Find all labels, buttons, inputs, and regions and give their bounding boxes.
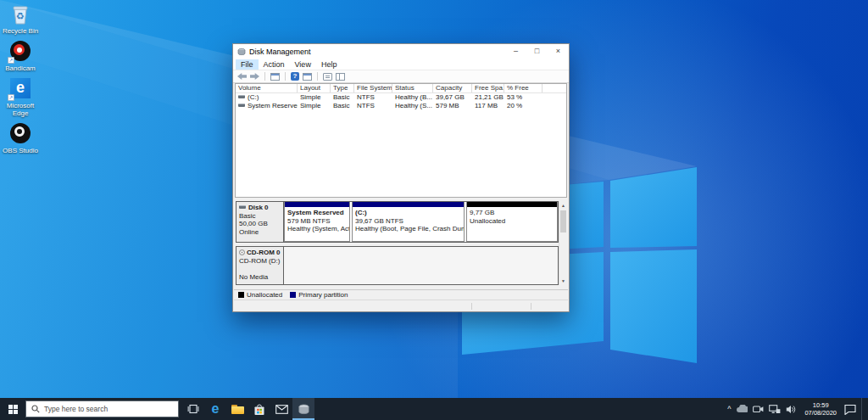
network-icon[interactable] [769,405,781,414]
table-row-system-reserved[interactable]: System Reserved Simple Basic NTFS Health… [236,102,566,110]
edge-icon: e [212,402,220,416]
toolbar-separator [285,72,286,81]
scroll-down-icon[interactable]: ▼ [559,277,567,285]
desktop-icon-obs-studio[interactable]: OBS Studio [2,123,39,154]
microsoft-store-icon [253,403,265,416]
layout-pane-icon[interactable] [336,73,345,81]
desktop-icon-label: Recycle Bin [2,27,39,35]
desktop-icon-label: Microsoft Edge [2,102,39,117]
legend-primary-partition: Primary partition [290,291,348,299]
cdrom-0-label-panel[interactable]: CD-ROM 0 CD-ROM (D:) No Media [236,247,284,284]
column-header-type[interactable]: Type [331,84,354,92]
cdrom-empty-area[interactable] [284,247,558,284]
search-icon [31,405,40,413]
cd-rom-icon [239,249,245,255]
legend-bar: Unallocated Primary partition [234,289,568,300]
disk-management-icon [298,404,310,415]
scroll-up-icon[interactable]: ▲ [559,201,567,210]
disk-0-label-panel[interactable]: Disk 0 Basic 50,00 GB Online [236,202,284,242]
table-row-c-drive[interactable]: (C:) Simple Basic NTFS Healthy (B... 39,… [236,93,566,102]
file-explorer-icon [231,405,244,414]
disk-management-app-icon [237,48,246,56]
column-header-filler [542,84,566,92]
volume-icon [238,104,245,107]
column-header-free-space[interactable]: Free Spa... [472,84,504,92]
system-tray: ^ 10:59 07/08/2020 [727,398,868,420]
shortcut-arrow-icon: ↗ [8,94,14,101]
cdrom-0-group: CD-ROM 0 CD-ROM (D:) No Media [236,246,559,285]
column-header-pct-free[interactable]: % Free [504,84,542,92]
task-view-icon [187,404,199,414]
menu-action[interactable]: Action [259,59,290,70]
desktop-icon-label: OBS Studio [2,147,39,154]
clock-date: 07/08/2020 [804,409,837,417]
menu-file[interactable]: File [236,59,259,70]
properties-window-icon[interactable] [303,73,312,81]
column-header-capacity[interactable]: Capacity [433,84,472,92]
volume-icon[interactable] [786,405,797,414]
edge-icon: e ↗ [9,78,31,100]
vertical-scrollbar[interactable]: ▲ ▼ [559,201,567,285]
help-icon[interactable]: ? [291,72,299,81]
disk-icon [239,205,246,209]
desktop-icon-label: Bandicam [2,64,39,72]
mail-button[interactable] [270,398,292,420]
desktop-icon-microsoft-edge[interactable]: e ↗ Microsoft Edge [2,78,39,117]
menu-help[interactable]: Help [316,59,342,70]
column-header-file-system[interactable]: File System [354,84,392,92]
window-title: Disk Management [249,48,311,56]
hidden-icons-chevron[interactable]: ^ [727,406,731,413]
status-separator [471,303,472,310]
bandicam-icon: ↗ [9,41,31,63]
bandicam-tray-icon[interactable] [753,405,764,413]
mail-icon [275,405,288,414]
task-view-button[interactable] [182,398,204,420]
window-titlebar[interactable]: Disk Management – □ × [233,44,569,59]
taskbar-apps: e [182,398,314,420]
disk-management-taskbar-button[interactable] [292,398,314,420]
menu-view[interactable]: View [290,59,316,70]
partition-system-reserved[interactable]: System Reserved 579 MB NTFS Healthy (Sys… [284,202,350,242]
start-button[interactable] [0,398,25,420]
actions-pane-icon[interactable] [323,73,332,81]
toolbar-separator [317,72,318,81]
onedrive-icon[interactable] [736,405,748,413]
obs-studio-icon [9,123,31,145]
desktop-icon-bandicam[interactable]: ↗ Bandicam [2,41,39,72]
file-explorer-button[interactable] [226,398,248,420]
menu-bar: File Action View Help [233,59,569,70]
console-window-icon[interactable] [270,73,280,81]
search-placeholder: Type here to search [44,405,108,413]
minimize-button[interactable]: – [505,44,526,59]
edge-taskbar-button[interactable]: e [204,398,226,420]
scrollbar-thumb[interactable] [560,210,566,232]
search-input[interactable]: Type here to search [25,400,179,417]
primary-partition-swatch [290,292,296,298]
desktop-icon-recycle-bin[interactable]: ♻ Recycle Bin [2,3,39,35]
unallocated-swatch [238,292,244,298]
back-arrow-icon[interactable] [237,73,247,80]
forward-arrow-icon[interactable] [250,73,259,80]
partition-c-drive[interactable]: (C:) 39,67 GB NTFS Healthy (Boot, Page F… [352,202,465,242]
action-center-icon[interactable] [844,404,856,415]
microsoft-store-button[interactable] [248,398,270,420]
volume-list-header: Volume Layout Type File System Status Ca… [236,84,566,93]
close-button[interactable]: × [548,44,569,59]
status-bar [234,300,568,311]
taskbar-clock[interactable]: 10:59 07/08/2020 [802,401,839,417]
status-separator [531,303,531,310]
taskbar: Type here to search e [0,398,868,420]
column-header-status[interactable]: Status [392,84,433,92]
windows-logo-icon [8,405,18,414]
show-desktop-button[interactable] [861,398,865,420]
maximize-button[interactable]: □ [526,44,548,59]
disk-0-partitions: System Reserved 579 MB NTFS Healthy (Sys… [284,202,558,242]
column-header-layout[interactable]: Layout [298,84,331,92]
desktop-icon-list: ♻ Recycle Bin ↗ Bandicam e ↗ Microsoft E… [2,3,39,160]
column-header-volume[interactable]: Volume [236,84,298,92]
legend-unallocated: Unallocated [238,291,282,299]
toolbar: ? [233,70,569,83]
disk-management-window: Disk Management – □ × File Action View H… [232,43,570,312]
disk-0-group: Disk 0 Basic 50,00 GB Online System Rese… [236,201,559,243]
partition-unallocated[interactable]: 9,77 GB Unallocated [466,202,558,242]
